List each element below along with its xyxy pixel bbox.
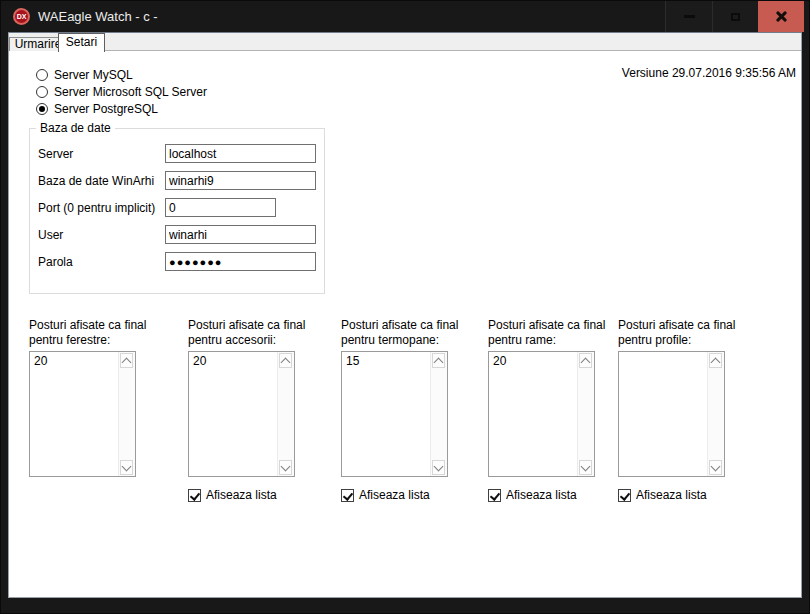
listbox-value: 15 — [346, 354, 359, 368]
scrollbar[interactable] — [118, 352, 135, 476]
server-label: Server — [38, 147, 73, 161]
app-window: DX WAEagle Watch - c - Urmarire Setari V… — [0, 0, 810, 614]
scroll-down-button[interactable] — [432, 460, 445, 475]
tab-strip: Urmarire Setari — [9, 33, 801, 51]
rame-label: Posturi afisate ca final pentru rame: — [488, 318, 605, 348]
check-icon — [343, 490, 353, 501]
radio-label: Server MySQL — [54, 68, 133, 82]
checkbox-label: Afiseaza lista — [206, 488, 277, 502]
radio-icon[interactable] — [36, 86, 48, 98]
radio-label: Server PostgreSQL — [54, 102, 158, 116]
check-icon — [490, 490, 500, 501]
scroll-down-button[interactable] — [279, 460, 292, 475]
database-groupbox: Baza de date Server Baza de date WinArhi… — [29, 128, 325, 294]
scroll-up-button[interactable] — [279, 353, 292, 368]
password-label: Parola — [38, 255, 73, 269]
title-bar: DX WAEagle Watch - c - — [1, 1, 809, 32]
radio-checked-icon[interactable] — [36, 103, 48, 115]
chevron-down-icon — [281, 461, 291, 471]
checkbox-label: Afiseaza lista — [636, 488, 707, 502]
checkbox-label: Afiseaza lista — [359, 488, 430, 502]
profile-listbox[interactable] — [618, 351, 725, 477]
version-label: Versiune 29.07.2016 9:35:56 AM — [622, 66, 796, 80]
chevron-down-icon — [434, 461, 444, 471]
settings-page: Versiune 29.07.2016 9:35:56 AM Server My… — [9, 51, 801, 597]
minimize-button[interactable] — [665, 1, 712, 32]
scroll-down-button[interactable] — [579, 460, 592, 475]
listbox-value: 20 — [493, 354, 506, 368]
accesorii-afiseaza-checkbox[interactable]: Afiseaza lista — [188, 488, 277, 502]
chevron-up-icon — [122, 357, 132, 367]
server-input[interactable] — [165, 144, 316, 163]
check-icon — [620, 490, 630, 501]
ferestre-label: Posturi afisate ca final pentru ferestre… — [29, 318, 146, 348]
port-label: Port (0 pentru implicit) — [38, 201, 155, 215]
chevron-up-icon — [711, 357, 721, 367]
scrollbar[interactable] — [430, 352, 447, 476]
accesorii-label: Posturi afisate ca final pentru accesori… — [188, 318, 305, 348]
minimize-icon — [684, 15, 695, 18]
user-label: User — [38, 228, 63, 242]
scroll-up-button[interactable] — [432, 353, 445, 368]
checkbox-checked-icon[interactable] — [488, 489, 501, 502]
scroll-up-button[interactable] — [120, 353, 133, 368]
chevron-down-icon — [711, 461, 721, 471]
rame-listbox[interactable]: 20 — [488, 351, 595, 477]
radio-server-mssql[interactable]: Server Microsoft SQL Server — [36, 85, 207, 99]
profile-label: Posturi afisate ca final pentru profile: — [618, 318, 735, 348]
user-input[interactable] — [165, 225, 316, 244]
close-icon — [775, 10, 788, 23]
termopane-label: Posturi afisate ca final pentru termopan… — [341, 318, 458, 348]
chevron-up-icon — [434, 357, 444, 367]
termopane-afiseaza-checkbox[interactable]: Afiseaza lista — [341, 488, 430, 502]
scroll-up-button[interactable] — [579, 353, 592, 368]
client-area: Urmarire Setari Versiune 29.07.2016 9:35… — [8, 32, 802, 598]
password-input[interactable] — [165, 252, 316, 271]
app-logo-icon: DX — [13, 8, 30, 25]
check-icon — [190, 490, 200, 501]
maximize-button[interactable] — [712, 1, 758, 32]
checkbox-checked-icon[interactable] — [618, 489, 631, 502]
maximize-icon — [731, 13, 740, 21]
checkbox-checked-icon[interactable] — [341, 489, 354, 502]
termopane-listbox[interactable]: 15 — [341, 351, 448, 477]
port-input[interactable] — [165, 198, 276, 217]
accesorii-listbox[interactable]: 20 — [188, 351, 295, 477]
scroll-up-button[interactable] — [709, 353, 722, 368]
window-title: WAEagle Watch - c - — [38, 1, 158, 32]
database-label: Baza de date WinArhi — [38, 174, 154, 188]
radio-icon[interactable] — [36, 69, 48, 81]
scrollbar[interactable] — [707, 352, 724, 476]
ferestre-listbox[interactable]: 20 — [29, 351, 136, 477]
chevron-down-icon — [581, 461, 591, 471]
chevron-down-icon — [122, 461, 132, 471]
scroll-down-button[interactable] — [709, 460, 722, 475]
checkbox-checked-icon[interactable] — [188, 489, 201, 502]
profile-afiseaza-checkbox[interactable]: Afiseaza lista — [618, 488, 707, 502]
rame-afiseaza-checkbox[interactable]: Afiseaza lista — [488, 488, 577, 502]
scrollbar[interactable] — [277, 352, 294, 476]
database-input[interactable] — [165, 171, 316, 190]
radio-server-mysql[interactable]: Server MySQL — [36, 68, 133, 82]
close-button[interactable] — [758, 1, 804, 32]
listbox-value: 20 — [193, 354, 206, 368]
radio-label: Server Microsoft SQL Server — [54, 85, 207, 99]
tab-setari[interactable]: Setari — [58, 33, 105, 52]
scroll-down-button[interactable] — [120, 460, 133, 475]
chevron-up-icon — [581, 357, 591, 367]
chevron-up-icon — [281, 357, 291, 367]
checkbox-label: Afiseaza lista — [506, 488, 577, 502]
listbox-value: 20 — [34, 354, 47, 368]
radio-server-postgresql[interactable]: Server PostgreSQL — [36, 102, 158, 116]
scrollbar[interactable] — [577, 352, 594, 476]
groupbox-title: Baza de date — [36, 121, 115, 135]
